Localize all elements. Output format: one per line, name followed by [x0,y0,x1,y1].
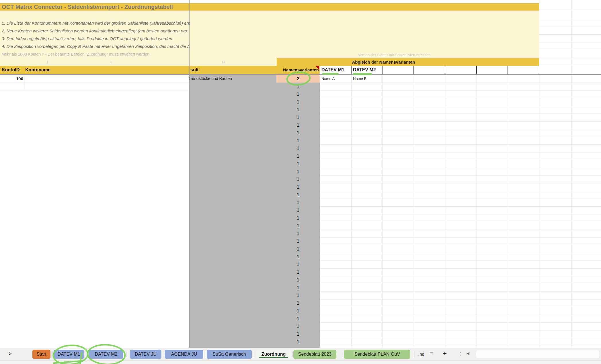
gridline [320,121,601,122]
cell-namensvarianten-count[interactable]: 1 [276,322,320,330]
header-empty-cell[interactable] [382,66,414,74]
gridline [320,144,601,145]
cell-namensvarianten-count[interactable]: 1 [276,121,320,129]
cell-namensvarianten-count[interactable]: 1 [276,222,320,230]
cell-namensvarianten-count[interactable]: 1 [276,346,320,348]
cell-namensvarianten-count[interactable]: 1 [276,206,320,214]
cell-namensvarianten-count[interactable]: 1 [276,284,320,291]
cell-namensvarianten-count[interactable]: 1 [276,90,320,98]
cell-namensvarianten-count[interactable]: 1 [276,168,320,175]
cell-namensvarianten-count[interactable]: 1 [276,245,320,253]
cell-kontoid-100[interactable]: 100 [0,75,23,83]
gridline [320,183,601,183]
sheet-tab-sendeblatt-2023[interactable]: Sendeblatt 2023 [293,350,336,359]
cell-datev-m1-row1[interactable]: Name A [321,75,335,83]
header-datev-m1[interactable]: DATEV M1 [320,66,351,74]
gridline [33,0,33,3]
cell-namensvarianten-count[interactable]: 1 [276,160,320,168]
cell-namensvarianten-count[interactable]: 1 [276,144,320,152]
sheet-tab-zuordnung-active[interactable]: Zuordnung [256,350,291,359]
sheet-tab-datev-ju[interactable]: DATEV JÜ [130,350,161,359]
horizontal-scrollbar-thumb[interactable] [476,350,599,358]
gridline [320,214,601,214]
cell-namensvarianten-count[interactable]: 1 [276,276,320,284]
left-pane-gridline [0,83,190,83]
cell-namensvarianten-count[interactable]: 1 [276,315,320,322]
cell-namensvarianten-count[interactable]: 1 [276,307,320,315]
namensvarianten-count-column: 11111111111111111111111111111111111 [276,83,320,348]
cell-namensvarianten-count[interactable]: 1 [276,299,320,307]
cell-namensvarianten-count[interactable]: 1 [276,129,320,137]
sheet-tab-susa-generisch[interactable]: SuSa Generisch [207,350,252,359]
header-empty-cell[interactable] [508,66,539,74]
gridline [320,152,601,152]
gridline [320,307,601,307]
gridline [320,330,601,330]
tab-separator [254,351,254,357]
cell-namensvarianten-count[interactable]: 1 [276,113,320,121]
cell-namensvarianten-count[interactable]: 1 [276,253,320,261]
sheet-tab-datev-m2[interactable]: DATEV M2 [89,350,123,359]
more-sheets-icon[interactable]: ••• [430,351,433,355]
cell-namensvarianten-count[interactable]: 1 [276,237,320,245]
tab-separator [292,351,292,357]
tab-separator [87,351,87,357]
cell-namensvarianten-count[interactable]: 1 [276,137,320,144]
header-kontoname[interactable]: Kontoname [25,66,50,74]
gridline [539,66,601,66]
instruction-line-3: 3. Den Index regelmäßig aktualisierten, … [2,36,190,42]
header-kontoid[interactable]: KontoID [2,66,19,74]
cell-datev-m2-row1[interactable]: Name B [353,75,366,83]
cell-namensvarianten-row1[interactable]: 2 [276,75,320,83]
column-marker-2: 2 [109,60,114,64]
instruction-line-4: 4. Die Zielposition vorbelegen per Copy … [2,44,190,49]
sheet-menu-icon[interactable]: ⋮ [458,351,463,357]
instruction-line-2: 2. Neue Konten weiterer Saldenlisten wer… [2,28,190,34]
band-abgleich-header: Abgleich der Namensvarianten [277,58,539,66]
add-sheet-icon[interactable]: + [443,349,447,357]
gridline [320,291,601,292]
header-empty-cell[interactable] [414,66,445,74]
cell-namensvarianten-count[interactable]: 1 [276,175,320,183]
cell-namensvarianten-count[interactable]: 1 [276,268,320,276]
gridline [539,34,601,35]
gridline [320,346,601,346]
cell-namensvarianten-count[interactable]: 1 [276,291,320,299]
header-namensvarianten[interactable]: Namensvarianten [276,66,319,74]
gridline [539,0,539,3]
sheet-tab-sendeblatt-plan-guv[interactable]: Sendeblatt PLAN GuV [344,350,410,359]
cell-namensvarianten-count[interactable]: 1 [276,83,320,90]
header-datev-m2[interactable]: DATEV M2 [351,66,382,74]
cell-namensvarianten-count[interactable]: 1 [276,106,320,113]
gridline [320,276,601,276]
header-result-clipped[interactable]: sult [190,66,198,74]
gridline [320,98,601,98]
header-empty-cell[interactable] [477,66,508,74]
scroll-left-icon[interactable]: ◀ [467,351,469,355]
cell-namensvarianten-count[interactable]: 1 [276,330,320,338]
sheet-tab-index-clipped[interactable]: Ind [418,350,428,359]
cell-namensvarianten-count[interactable]: 1 [276,183,320,191]
freeze-pane-horizontal-divider[interactable] [0,74,601,75]
gridline [320,83,601,83]
sheet-tab-agenda-ju[interactable]: AGENDA JÜ [165,350,203,359]
header-empty-cell[interactable] [445,66,477,74]
gridline [320,191,601,191]
cell-namensvarianten-count[interactable]: 1 [276,230,320,237]
cell-namensvarianten-count[interactable]: 1 [276,261,320,268]
cell-namensvarianten-count[interactable]: 1 [276,199,320,206]
cell-result-row1[interactable]: Grundstücke und Bauten [190,75,276,83]
cell-namensvarianten-count[interactable]: 1 [276,214,320,222]
gridline [320,129,601,129]
sheet-tab-datev-m1[interactable]: DATEV M1 [54,350,84,359]
freeze-pane-vertical-divider[interactable] [189,0,190,348]
gridline [320,206,601,207]
cell-namensvarianten-count[interactable]: 1 [276,338,320,346]
tab-scroll-chevron[interactable]: > [9,351,12,357]
gridline [539,58,601,58]
cell-namensvarianten-count[interactable]: 1 [276,152,320,160]
cell-namensvarianten-count[interactable]: 1 [276,98,320,106]
cell-namensvarianten-count[interactable]: 1 [276,191,320,199]
gridline [320,230,601,230]
sheet-tab-start[interactable]: Start [32,350,50,359]
